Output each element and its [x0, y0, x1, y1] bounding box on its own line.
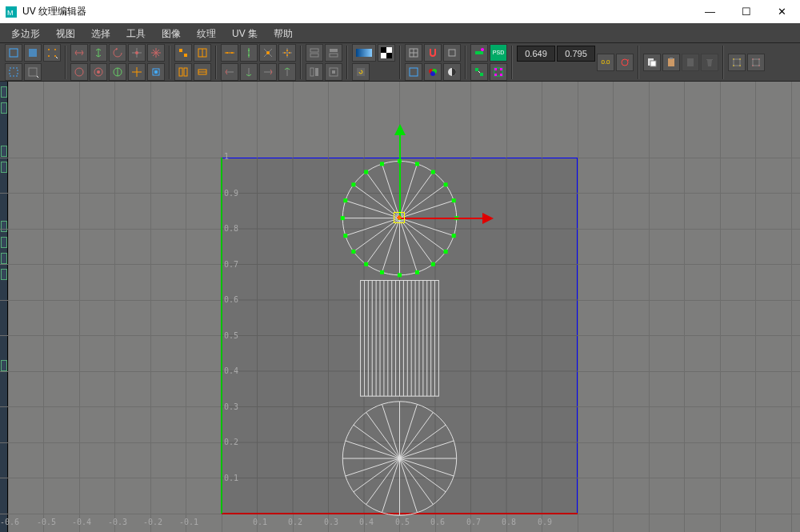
contour-icon[interactable] [259, 63, 277, 81]
unfold-icon[interactable] [147, 44, 165, 62]
dim2-icon[interactable] [470, 63, 488, 81]
svg-rect-43 [386, 53, 392, 58]
paste-icon[interactable] [662, 54, 680, 71]
svg-line-157 [382, 404, 399, 458]
svg-rect-72 [734, 59, 740, 66]
v-value-field[interactable]: 0.795 [557, 46, 595, 62]
svg-rect-165 [444, 250, 448, 254]
move-gizmo-x[interactable] [400, 218, 488, 219]
svg-point-7 [54, 55, 56, 57]
svg-point-28 [284, 52, 286, 54]
magnet-icon[interactable] [424, 44, 442, 62]
window-title: UV 纹理编辑器 [22, 5, 86, 18]
split-icon[interactable] [194, 63, 211, 81]
checker-icon[interactable] [306, 44, 323, 62]
menu-help[interactable]: 帮助 [266, 24, 301, 43]
auto-icon[interactable] [278, 44, 296, 62]
del-icon[interactable] [682, 54, 699, 71]
move-gizmo-center[interactable] [394, 212, 405, 223]
opt1-icon[interactable] [728, 54, 746, 71]
retain-icon[interactable] [443, 44, 461, 62]
opt2-icon[interactable] [747, 54, 765, 71]
minimize-button[interactable]: — [692, 0, 728, 23]
rotate-ccw-icon[interactable] [109, 44, 126, 62]
match-icon[interactable] [128, 63, 146, 81]
image-icon[interactable] [325, 44, 342, 62]
rotate-cw-icon[interactable] [128, 44, 146, 62]
svg-line-149 [382, 458, 399, 513]
app-icon: M [5, 6, 18, 18]
axis-tick-x: -0.3 [108, 518, 127, 526]
dim3-icon[interactable] [490, 63, 507, 81]
select-edge-icon[interactable] [5, 63, 22, 81]
menu-uvset[interactable]: UV 集 [224, 24, 266, 43]
snapshot2-icon[interactable] [325, 63, 342, 81]
copy-icon[interactable] [643, 54, 661, 71]
menu-view[interactable]: 视图 [48, 24, 83, 43]
svg-line-103 [400, 218, 454, 236]
svg-point-13 [97, 70, 100, 74]
grid-icon[interactable] [405, 44, 422, 62]
svg-point-30 [286, 50, 288, 51]
svg-rect-36 [310, 68, 314, 76]
refresh-icon[interactable] [616, 54, 634, 71]
snap-icon[interactable] [147, 63, 165, 81]
stack-icon[interactable] [109, 63, 126, 81]
checker2-icon[interactable] [378, 44, 395, 62]
menu-polygons[interactable]: 多边形 [3, 24, 48, 43]
trash-icon[interactable] [701, 54, 718, 71]
svg-line-142 [400, 441, 454, 458]
select-vertex-icon[interactable] [43, 44, 61, 62]
svg-rect-159 [415, 162, 419, 166]
svg-point-27 [266, 51, 270, 54]
select-shell-icon[interactable] [5, 44, 22, 62]
axis-tick-x: -0.2 [143, 518, 162, 526]
shade-icon[interactable] [443, 63, 461, 81]
dim-icon[interactable] [470, 44, 488, 62]
svg-point-10 [135, 51, 138, 54]
svg-rect-2 [10, 49, 18, 57]
svg-rect-8 [10, 68, 18, 76]
rgb-icon[interactable] [424, 63, 442, 81]
svg-rect-47 [410, 68, 418, 76]
psd-icon[interactable]: PSD [490, 44, 507, 62]
flip-v-icon[interactable] [90, 44, 107, 62]
uv-canvas[interactable]: -0.6 -0.5 -0.4 -0.3 -0.2 -0.1 0.1 0.2 0.… [0, 82, 800, 532]
u-value-field[interactable]: 0.649 [517, 46, 555, 62]
best-icon[interactable] [240, 63, 258, 81]
px-icon[interactable] [405, 63, 422, 81]
cyl-icon[interactable] [240, 44, 258, 62]
reload-icon[interactable] [352, 63, 370, 81]
move-gizmo-y[interactable] [399, 130, 401, 218]
layout-icon[interactable] [90, 63, 107, 81]
svg-line-147 [400, 458, 418, 513]
sphere-icon[interactable] [259, 44, 277, 62]
menu-image[interactable]: 图像 [154, 24, 189, 43]
gradient-icon[interactable] [352, 44, 376, 62]
svg-rect-42 [381, 47, 386, 53]
cut-icon[interactable] [174, 44, 192, 62]
svg-line-115 [366, 172, 400, 218]
maximize-button[interactable]: ☐ [728, 0, 764, 23]
relax-icon[interactable] [70, 63, 88, 81]
svg-rect-160 [431, 170, 435, 174]
svg-line-99 [400, 172, 434, 218]
uv-label-icon[interactable]: 0.0 [597, 54, 614, 71]
svg-rect-34 [330, 49, 338, 52]
snapshot-icon[interactable] [306, 63, 323, 81]
camera-icon[interactable] [221, 63, 238, 81]
normal-icon[interactable] [278, 63, 296, 81]
close-button[interactable]: ✕ [764, 0, 800, 23]
select-face-icon[interactable] [24, 44, 42, 62]
menu-tool[interactable]: 工具 [118, 24, 154, 43]
flip-u-icon[interactable] [70, 44, 88, 62]
planar-icon[interactable] [221, 44, 238, 62]
move-sew-icon[interactable] [174, 63, 192, 81]
menu-texture[interactable]: 纹理 [189, 24, 224, 43]
svg-line-114 [354, 185, 400, 218]
svg-point-11 [75, 68, 83, 76]
svg-line-144 [400, 458, 454, 476]
menu-select[interactable]: 选择 [83, 24, 118, 43]
sew-icon[interactable] [194, 44, 211, 62]
select-uv-icon[interactable] [24, 63, 42, 81]
